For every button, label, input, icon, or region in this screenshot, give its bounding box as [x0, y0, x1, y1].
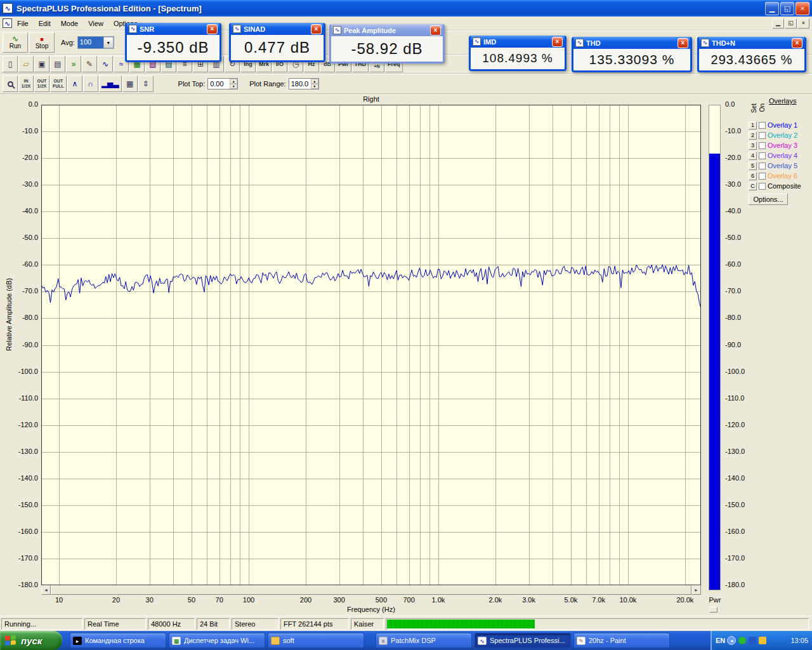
tray-display-icon[interactable] [749, 637, 756, 644]
taskbar-button-task-manager[interactable]: ▦Диспетчер задач Wi... [169, 633, 265, 648]
stop-button[interactable]: ■ Stop [29, 32, 55, 53]
scroll-right-button[interactable]: ► [691, 585, 701, 595]
taskbar-button-paint[interactable]: ✎20hz - Paint [573, 633, 670, 648]
overlay-on-checkbox-1[interactable] [759, 122, 766, 129]
line-plot-icon: ∧ [72, 79, 77, 88]
mdi-minimize-button[interactable]: ▁ [772, 18, 784, 29]
menu-file[interactable]: File [12, 18, 34, 29]
tray-status-icon-green[interactable] [738, 637, 746, 644]
peak-close-button[interactable]: × [430, 25, 441, 36]
avg-combo[interactable]: 100 ▼ [77, 36, 114, 49]
menu-items: FileEditModeViewOptions [12, 18, 143, 29]
thdn-close-button[interactable]: × [792, 38, 802, 48]
x-axis-label: Frequency (Hz) [41, 606, 701, 613]
plot-top-label: Plot Top: [178, 80, 206, 88]
sinad-close-button[interactable]: × [311, 24, 322, 34]
overlay-set-button-6[interactable]: 6 [749, 172, 757, 180]
bar-plot-button[interactable]: ▂▅▃ [99, 76, 122, 92]
pen-edit-button[interactable]: ✎ [82, 56, 97, 72]
thd-value: 135.33093 % [573, 49, 690, 70]
zoom-button[interactable] [3, 76, 18, 92]
taskbar-button-folder[interactable]: soft [268, 633, 364, 648]
scrollbar-thumb[interactable] [51, 585, 691, 595]
mdi-close-button[interactable]: × [797, 18, 809, 29]
overlay-on-checkbox-2[interactable] [759, 132, 766, 139]
language-indicator[interactable]: EN [716, 637, 725, 644]
cursor-button[interactable]: ⇕ [138, 76, 154, 92]
taskbar-button-label: 20hz - Paint [589, 637, 626, 644]
thdn-window-titlebar[interactable]: ∿ THD+N × [699, 37, 804, 49]
snr-window-titlebar[interactable]: ∿ SNR × [127, 23, 219, 35]
plot-top-up-button[interactable]: ▲ [230, 79, 237, 84]
plot-top-input[interactable]: 0.00 ▲ ▼ [207, 78, 238, 90]
meter-corner-grip [709, 607, 717, 613]
overlay-set-button-5[interactable]: 5 [749, 162, 757, 170]
snr-close-button[interactable]: × [207, 24, 218, 34]
open-file-button[interactable]: ▱ [18, 56, 34, 72]
overlay-set-button-2[interactable]: 2 [749, 131, 757, 140]
taskbar-button-spectraplus[interactable]: ∿SpectraPLUS Professi... [475, 633, 571, 648]
overlay-set-button-4[interactable]: 4 [749, 152, 757, 160]
imd-close-button[interactable]: × [552, 37, 563, 47]
scroll-left-button[interactable]: ◄ [41, 585, 51, 595]
area-plot-button[interactable]: ∩ [83, 76, 98, 92]
start-button[interactable]: пуск [0, 631, 62, 650]
taskbar-button-label: SpectraPLUS Professi... [490, 637, 565, 644]
taskbar-button-patchmix[interactable]: ≡PatchMix DSP [376, 633, 472, 648]
plot-range-up-button[interactable]: ▲ [311, 79, 318, 84]
overlay-on-checkbox-6[interactable] [759, 173, 766, 180]
status-progress-fill [387, 620, 535, 628]
y-tick-label-left: -50.0 [0, 234, 38, 241]
measurement-icon: ∿ [701, 39, 709, 47]
minimize-button[interactable]: ▁ [765, 2, 779, 15]
spectrum-curve-button[interactable]: ∿ [98, 56, 113, 72]
overlay-set-button-3[interactable]: 3 [749, 142, 757, 150]
thd-window-titlebar[interactable]: ∿ THD × [573, 37, 690, 49]
tray-volume-icon[interactable] [759, 637, 766, 644]
menu-view[interactable]: View [83, 18, 108, 29]
measurement-icon: ∿ [473, 37, 481, 46]
y-tick-label-right: -110.0 [725, 394, 752, 402]
overlay-set-button-C[interactable]: C [749, 182, 757, 190]
overlays-options-button[interactable]: Options... [749, 194, 788, 205]
imd-window-titlebar[interactable]: ∿ IMD × [471, 36, 565, 48]
overlay-on-checkbox-3[interactable] [759, 142, 766, 149]
plot-range-down-button[interactable]: ▼ [311, 84, 318, 89]
overlay-on-checkbox-5[interactable] [759, 162, 766, 169]
overlay-on-checkbox-C[interactable] [759, 183, 766, 190]
overlay-on-checkbox-4[interactable] [759, 152, 766, 159]
overlay-label-3: Overlay 3 [768, 142, 797, 149]
thd-close-button[interactable]: × [678, 38, 688, 48]
save-button[interactable]: ▣ [34, 56, 49, 72]
zoom-out-button[interactable]: OUT1/2X [34, 76, 49, 92]
menu-mode[interactable]: Mode [56, 18, 84, 29]
y-tick-label-left: -30.0 [0, 180, 38, 188]
sinad-window-titlebar[interactable]: ∿ SINAD × [231, 23, 324, 35]
new-file-button[interactable]: ▯ [3, 56, 18, 72]
zoom-out-full-button[interactable]: OUTFULL [50, 76, 67, 92]
spectrum-plot[interactable] [41, 105, 701, 585]
plot-top-down-button[interactable]: ▼ [230, 84, 237, 89]
run-button[interactable]: ∿ Run [3, 32, 28, 53]
mdi-restore-button[interactable]: ◱ [785, 18, 797, 29]
line-plot-button[interactable]: ∧ [67, 76, 82, 92]
peak-window-titlebar[interactable]: ∿ Peak Amplitude × [331, 24, 443, 36]
maximize-button[interactable]: ◱ [780, 2, 794, 15]
console-icon: ▸ [73, 637, 82, 645]
grid-toggle-button[interactable]: ▦ [122, 76, 138, 92]
sinad-window-title: SINAD [244, 25, 311, 33]
hide-tray-icons-button[interactable]: ◂ [727, 636, 736, 645]
fast-forward-button[interactable]: » [66, 56, 81, 72]
titlebar[interactable]: ∿ SpectraPLUS Professional Edition - [Sp… [0, 0, 812, 17]
overlay-set-button-1[interactable]: 1 [749, 121, 757, 129]
thdn-value: 293.43665 % [699, 49, 804, 70]
chart-h-scrollbar[interactable]: ◄ ► [41, 585, 701, 595]
zoom-in-button[interactable]: IN1/2X [18, 76, 34, 92]
close-button[interactable]: × [796, 2, 809, 15]
print-button[interactable]: ▤ [50, 56, 65, 72]
avg-dropdown-button[interactable]: ▼ [103, 37, 114, 48]
taskbar-button-console[interactable]: ▸Командная строка [70, 633, 166, 648]
menu-edit[interactable]: Edit [34, 18, 56, 29]
peak-window-title: Peak Amplitude [344, 27, 430, 34]
plot-range-input[interactable]: 180.0 ▲ ▼ [289, 78, 319, 90]
